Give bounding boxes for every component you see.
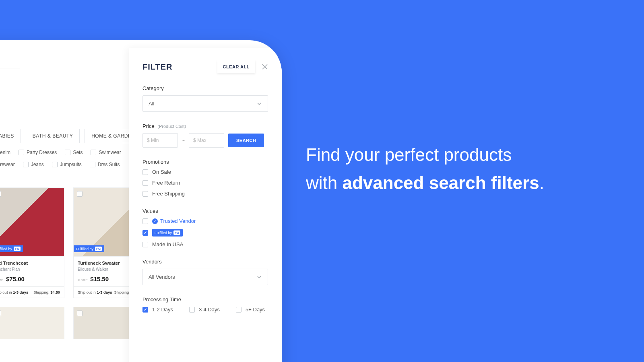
- checkbox-icon: [142, 242, 148, 247]
- chevron-down-icon: [256, 101, 262, 107]
- price-separator: ~: [182, 138, 185, 143]
- app-window: ABIES BATH & BEAUTY HOME & GARDEN FOOD e…: [0, 40, 282, 362]
- vendors-label: Vendors: [142, 259, 268, 265]
- clear-all-button[interactable]: CLEAR ALL: [217, 60, 255, 73]
- category-select[interactable]: All: [142, 95, 268, 112]
- promotions-list: On Sale Free Return Free Shipping: [142, 169, 268, 197]
- hero-line1: Find your perfect products: [306, 141, 544, 169]
- checkbox-icon: [142, 218, 148, 224]
- checkbox-icon: [142, 191, 148, 197]
- checkbox-icon: [236, 307, 242, 313]
- subcategory-checkbox[interactable]: Sets: [65, 150, 83, 155]
- product-price: $75.00: [6, 276, 25, 282]
- subcategory-checkbox[interactable]: enim: [0, 150, 10, 155]
- search-bar[interactable]: [0, 52, 20, 68]
- product-card[interactable]: Fulfilled by FG ed Trenchcoat enchant Pl…: [0, 187, 64, 298]
- category-chip[interactable]: BATH & BEAUTY: [26, 129, 80, 143]
- chevron-down-icon: [256, 274, 262, 280]
- checkbox-icon: [189, 307, 195, 313]
- category-label: Category: [142, 85, 268, 91]
- processing-checkbox-5plus[interactable]: 5+ Days: [236, 306, 265, 313]
- values-list: ✓ Trusted Vendor Fulfilled by FG Made In…: [142, 218, 268, 247]
- price-sublabel: (Product Cost): [157, 124, 186, 129]
- fulfilled-label: Fulfilled by: [76, 247, 93, 251]
- product-title: ed Trenchcoat: [0, 261, 60, 265]
- subcategory-label: enim: [0, 150, 10, 155]
- filter-panel: FILTER CLEAR ALL Category All Price (Pro…: [129, 48, 282, 362]
- value-checkbox-trusted[interactable]: ✓ Trusted Vendor: [142, 218, 268, 224]
- promotion-checkbox-freereturn[interactable]: Free Return: [142, 180, 268, 186]
- product-price: $15.50: [90, 276, 109, 282]
- vendors-value: All Vendors: [149, 274, 175, 280]
- subcategory-checkbox[interactable]: Jeans: [23, 162, 44, 167]
- subcategory-checkbox[interactable]: Jumpsuits: [52, 162, 82, 167]
- shipping-label: Shipping:: [33, 290, 50, 294]
- ship-out-days: 1-3 days: [13, 290, 28, 294]
- hero-text: Find your perfect products with advanced…: [306, 141, 544, 197]
- promotion-checkbox-onsale[interactable]: On Sale: [142, 169, 268, 175]
- fulfilled-label: Fulfilled by: [0, 247, 12, 251]
- price-search-button[interactable]: SEARCH: [228, 134, 264, 147]
- subcategory-checkbox[interactable]: Drss Suits: [90, 162, 120, 167]
- product-select-checkbox[interactable]: [0, 191, 1, 197]
- price-min-input[interactable]: $ Min: [142, 133, 178, 148]
- processing-label: 5+ Days: [246, 306, 265, 313]
- checkbox-icon: [52, 162, 58, 167]
- msrp-label: MSRP: [78, 278, 88, 282]
- close-icon[interactable]: [262, 64, 268, 70]
- product-shipping: hip out in 1-3 days Shipping: $4.50: [0, 286, 64, 298]
- processing-label: 1-2 Days: [152, 306, 173, 313]
- checkbox-icon: [90, 162, 95, 167]
- checkbox-icon: [142, 180, 148, 186]
- processing-checkbox-3-4[interactable]: 3-4 Days: [189, 306, 220, 313]
- price-max-input[interactable]: $ Max: [189, 133, 224, 148]
- product-image: Fulfilled by FG: [0, 188, 64, 256]
- subcategory-label: Swimwear: [99, 150, 121, 155]
- msrp-label: SRP: [0, 278, 4, 282]
- subcategory-label: Drss Suits: [98, 162, 120, 167]
- processing-checkbox-1-2[interactable]: 1-2 Days: [142, 306, 173, 313]
- shipping-value: $4.50: [50, 290, 60, 294]
- fulfilled-label: Fulfilled by: [155, 231, 172, 235]
- checkbox-icon: [19, 150, 24, 155]
- promotion-checkbox-freeshipping[interactable]: Free Shipping: [142, 191, 268, 197]
- filter-title: FILTER: [142, 62, 217, 72]
- subcategory-checkbox[interactable]: Party Dresses: [19, 150, 57, 155]
- fulfilled-badge: Fulfilled by FG: [0, 245, 23, 252]
- ship-out-days: 1-3 days: [97, 290, 112, 294]
- product-select-checkbox[interactable]: [0, 311, 1, 316]
- subcategory-checkbox[interactable]: rewear: [0, 162, 15, 167]
- promotions-label: Promotions: [142, 159, 268, 165]
- subcategory-label: Jeans: [31, 162, 44, 167]
- ship-out-prefix: Ship out in: [78, 290, 97, 294]
- subcategory-checkbox[interactable]: Swimwear: [91, 150, 121, 155]
- value-checkbox-fulfilled[interactable]: Fulfilled by FG: [142, 229, 268, 237]
- value-checkbox-madeusa[interactable]: Made In USA: [142, 241, 268, 247]
- product-select-checkbox[interactable]: [77, 311, 83, 316]
- fulfilled-tag: Fulfilled by FG: [152, 229, 183, 237]
- price-label: Price (Product Cost): [142, 123, 268, 129]
- values-label: Values: [142, 208, 268, 214]
- filter-header: FILTER CLEAR ALL: [142, 60, 268, 73]
- price-inputs: $ Min ~ $ Max SEARCH: [142, 133, 268, 148]
- vendors-select[interactable]: All Vendors: [142, 269, 268, 285]
- checkbox-icon: [142, 230, 148, 236]
- ship-out-prefix: hip out in: [0, 290, 13, 294]
- product-card[interactable]: [0, 307, 64, 339]
- category-chip[interactable]: ABIES: [0, 129, 21, 143]
- checkbox-icon: [142, 307, 148, 313]
- product-select-checkbox[interactable]: [77, 191, 83, 197]
- processing-label: 3-4 Days: [199, 306, 220, 313]
- fg-logo-icon: FG: [173, 230, 180, 235]
- product-image: [0, 307, 64, 339]
- subcategory-label: Party Dresses: [27, 150, 57, 155]
- hero-line2: with advanced search filters.: [306, 169, 544, 197]
- checkbox-icon: [142, 169, 148, 175]
- trusted-badge-icon: ✓: [152, 218, 158, 224]
- product-info: ed Trenchcoat enchant Plan SRP $75.00: [0, 256, 64, 286]
- checkbox-icon: [91, 150, 96, 155]
- subcategory-label: rewear: [0, 162, 15, 167]
- processing-label: Processing Time: [142, 296, 268, 302]
- subcategory-label: Jumpsuits: [60, 162, 82, 167]
- value-label: Made In USA: [152, 241, 183, 247]
